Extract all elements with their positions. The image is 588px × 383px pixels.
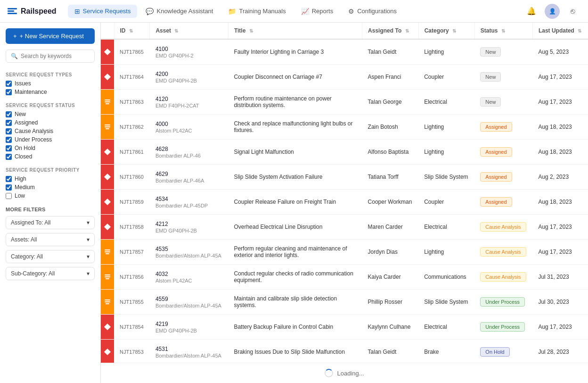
priority-cell: [101, 115, 114, 140]
filter-assigned[interactable]: Assigned: [6, 119, 95, 126]
logo-icon: [8, 8, 17, 14]
filter-under-process[interactable]: Under Process: [6, 136, 95, 143]
table-row[interactable]: NJT17858 4212 EMD GP40PH-2B Overhead Ele…: [101, 215, 588, 240]
col-last-updated[interactable]: Last Updated ⇅: [532, 23, 588, 39]
new-service-request-button[interactable]: + + New Service Request: [6, 28, 95, 44]
id-cell: NJT17860: [114, 165, 150, 190]
sort-icon: ⇅: [452, 28, 456, 33]
filter-medium[interactable]: Medium: [6, 184, 95, 191]
table-row[interactable]: NJT17864 4200 EMD GP40PH-2B Coupler Disc…: [101, 65, 588, 90]
col-asset[interactable]: Asset ⇅: [150, 23, 228, 39]
filter-on-hold[interactable]: On Hold: [6, 145, 95, 151]
priority-cell: [101, 90, 114, 115]
training-manuals-icon: 📁: [228, 8, 236, 15]
col-status[interactable]: Status ⇅: [474, 23, 532, 39]
col-title[interactable]: Title ⇅: [228, 23, 362, 39]
last-updated-cell: Aug 17, 2023: [532, 215, 588, 240]
assigned-to-cell: Kaylynn Culhane: [362, 315, 419, 340]
assigned-to-cell: Cooper Workman: [362, 190, 419, 215]
status-badge: New: [480, 97, 501, 107]
tab-configurations[interactable]: ⚙ Configurations: [342, 5, 403, 18]
id-cell: NJT17858: [114, 215, 150, 240]
table-row[interactable]: NJT17861 4628 Bombardier ALP-46 Signal L…: [101, 140, 588, 165]
col-assigned-to[interactable]: Assigned To ⇅: [362, 23, 419, 39]
filter-high[interactable]: High: [6, 175, 95, 182]
status-badge: Assigned: [480, 122, 512, 132]
status-cell: New: [474, 39, 532, 65]
asset-cell: 4100 EMD GP40PH-2: [150, 39, 228, 65]
table-row[interactable]: NJT17854 4219 EMD GP40PH-2B Battery Back…: [101, 315, 588, 340]
asset-cell: 4212 EMD GP40PH-2B: [150, 215, 228, 240]
priority-cell: [101, 165, 114, 190]
col-category[interactable]: Category ⇅: [418, 23, 474, 39]
category-cell: Brake: [418, 340, 474, 363]
tab-reports[interactable]: 📈 Reports: [294, 5, 340, 18]
assigned-to-cell: Jordyn Dias: [362, 240, 419, 265]
table-row[interactable]: NJT17855 4559 Bombardier/Alstom ALP-45A …: [101, 290, 588, 315]
table-row[interactable]: NJT17865 4100 EMD GP40PH-2 Faulty Interi…: [101, 39, 588, 65]
logout-button[interactable]: ⎋: [565, 4, 580, 19]
table-row[interactable]: NJT17862 4000 Alstom PL42AC Check and re…: [101, 115, 588, 140]
loading-spinner: [325, 369, 333, 377]
service-requests-table: ID ⇅ Asset ⇅ Title ⇅ Assigned To ⇅ Categ…: [101, 23, 588, 363]
status-cell: New: [474, 90, 532, 115]
asset-cell: 4534 Bombardier ALP-45DP: [150, 190, 228, 215]
chevron-down-icon: ▾: [87, 253, 90, 260]
asset-cell: 4629 Bombardier ALP-46A: [150, 165, 228, 190]
priority-cell: [101, 65, 114, 90]
search-box[interactable]: 🔍: [6, 50, 95, 63]
id-cell: NJT17856: [114, 265, 150, 290]
filter-low[interactable]: Low: [6, 192, 95, 199]
last-updated-cell: Aug 2, 2023: [532, 165, 588, 190]
assigned-to-cell: Zain Botosh: [362, 115, 419, 140]
assigned-to-cell: Tatiana Torff: [362, 165, 419, 190]
filter-maintenance[interactable]: Maintenance: [6, 89, 95, 95]
table-row[interactable]: NJT17857 4535 Bombardier/Alstom ALP-45A …: [101, 240, 588, 265]
last-updated-cell: Aug 17, 2023: [532, 90, 588, 115]
search-input[interactable]: [21, 53, 90, 59]
last-updated-cell: Aug 17, 2023: [532, 315, 588, 340]
status-badge: Cause Analysis: [480, 247, 526, 257]
priority-strip: [101, 290, 114, 314]
priority-strip: [101, 265, 114, 289]
category-cell: Lighting: [418, 39, 474, 65]
assigned-to-cell: Aspen Franci: [362, 65, 419, 90]
table-row[interactable]: NJT17856 4032 Alstom PL42AC Conduct regu…: [101, 265, 588, 290]
assigned-to-cell: Talan Geidt: [362, 340, 419, 363]
notifications-button[interactable]: 🔔: [524, 4, 539, 19]
title-cell: Faulty Interior Lighting in Carriage 3: [228, 39, 362, 65]
service-request-status-section: SERVICE REQUEST STATUS New Assigned Caus…: [0, 99, 100, 164]
table-row[interactable]: NJT17860 4629 Bombardier ALP-46A Slip Sl…: [101, 165, 588, 190]
tab-reports-label: Reports: [312, 8, 334, 15]
table-row[interactable]: NJT17863 4120 EMD F40PH-2CAT Perform rou…: [101, 90, 588, 115]
chevron-down-icon: ▾: [87, 219, 90, 226]
tab-training-manuals[interactable]: 📁 Training Manuals: [221, 5, 292, 18]
table-row[interactable]: NJT17853 4531 Bombardier/Alstom ALP-45A …: [101, 340, 588, 363]
tab-knowledge-assistant[interactable]: 💬 Knowledge Assistant: [139, 5, 220, 18]
app-logo: Railspeed: [8, 7, 57, 16]
assets-filter[interactable]: Assets: All ▾: [6, 233, 95, 246]
chevron-down-icon: ▾: [87, 270, 90, 277]
title-cell: Signal Light Malfunction: [228, 140, 362, 165]
nav-actions: 🔔 👤 ⎋: [524, 4, 580, 19]
filter-new[interactable]: New: [6, 111, 95, 117]
user-avatar[interactable]: 👤: [545, 4, 560, 19]
id-cell: NJT17865: [114, 39, 150, 65]
status-section-title: SERVICE REQUEST STATUS: [6, 103, 95, 108]
col-id[interactable]: ID ⇅: [114, 23, 150, 39]
status-cell: On Hold: [474, 340, 532, 363]
category-cell: Slip Slide System: [418, 165, 474, 190]
filter-issues[interactable]: Issues: [6, 80, 95, 87]
category-cell: Electrical: [418, 315, 474, 340]
tab-service-requests[interactable]: ⊞ Service Requests: [68, 5, 138, 18]
table-body: NJT17865 4100 EMD GP40PH-2 Faulty Interi…: [101, 39, 588, 363]
sub-category-filter[interactable]: Sub-Category: All ▾: [6, 267, 95, 280]
category-filter[interactable]: Category: All ▾: [6, 250, 95, 263]
assigned-to-filter[interactable]: Assigned To: All ▾: [6, 216, 95, 229]
assigned-to-cell: Maren Carder: [362, 215, 419, 240]
status-badge: On Hold: [480, 347, 509, 357]
filter-closed[interactable]: Closed: [6, 153, 95, 160]
filter-cause-analysis[interactable]: Cause Analysis: [6, 128, 95, 134]
table-row[interactable]: NJT17859 4534 Bombardier ALP-45DP Couple…: [101, 190, 588, 215]
knowledge-assistant-icon: 💬: [146, 8, 154, 15]
